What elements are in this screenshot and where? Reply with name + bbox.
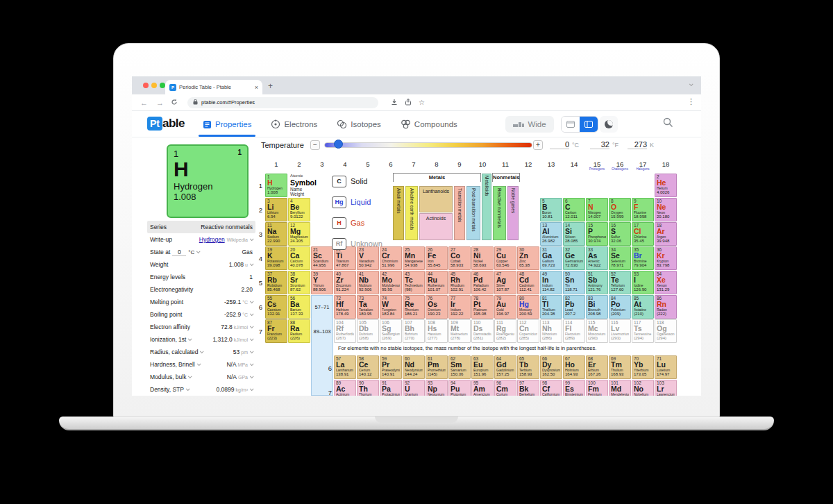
lanthanide-placeholder[interactable]: 57–71 (311, 295, 333, 319)
element-tile-Ca[interactable]: 20CaCalcium40.078 (288, 246, 310, 270)
element-tile-Cr[interactable]: 24CrChromium51.996 (380, 246, 402, 270)
element-tile-Cs[interactable]: 55CsCaesium132.91 (265, 295, 287, 319)
element-tile-Mo[interactable]: 42MoMolybdenum95.95 (380, 271, 402, 294)
nav-tab-compounds[interactable]: Compounds (391, 111, 467, 137)
element-tile-Ho[interactable]: 67HoHolmium164.93 (563, 355, 585, 379)
element-tile-Ru[interactable]: 44RuRuthenium101.07 (426, 271, 448, 294)
element-tile-Bk[interactable]: 97BkBerkelium(247) (517, 380, 539, 396)
element-tile-Se[interactable]: 34SeSelenium78.971 (609, 246, 631, 270)
back-button[interactable]: ← (140, 99, 148, 107)
element-tile-Pu[interactable]: 94PuPlutonium(244) (448, 380, 471, 396)
element-tile-Fm[interactable]: 100FmFermium(257) (586, 380, 608, 396)
share-icon[interactable] (405, 99, 412, 107)
nav-tab-isotopes[interactable]: Isotopes (327, 111, 390, 137)
element-tile-Ar[interactable]: 18ArArgon39.948 (655, 222, 677, 246)
chevron-down-icon[interactable] (186, 387, 190, 391)
state-key-unknown[interactable]: Rf (332, 238, 346, 250)
state-key-gas[interactable]: H (332, 217, 346, 229)
legend-reactive-nonmetals[interactable]: Reactive nonmetals (493, 186, 506, 240)
element-tile-Bi[interactable]: 83BiBismuth208.98 (586, 295, 608, 319)
property-label[interactable]: State at (150, 249, 170, 255)
element-tile-Rb[interactable]: 37RbRubidium85.468 (265, 271, 287, 294)
element-tile-Br[interactable]: 35BrBromine79.904 (632, 246, 654, 270)
element-tile-Sg[interactable]: 106SgSeaborgium(269) (380, 319, 402, 343)
element-tile-At[interactable]: 85AtAstatine(210) (632, 295, 654, 319)
element-tile-Re[interactable]: 75ReRhenium186.21 (403, 295, 425, 319)
element-tile-Nh[interactable]: 113NhNihonium(286) (540, 319, 562, 343)
element-tile-Tb[interactable]: 65TbTerbium158.93 (517, 355, 539, 379)
element-tile-O[interactable]: 8OOxygen15.999 (609, 198, 631, 221)
property-label[interactable]: Ionization, 1st (150, 336, 186, 343)
chevron-down-icon[interactable] (250, 262, 254, 266)
chevron-down-icon[interactable] (250, 299, 254, 303)
element-tile-Cm[interactable]: 96CmCurium(247) (494, 380, 516, 396)
element-tile-B[interactable]: 5BBoron10.81 (540, 198, 562, 221)
state-key-solid[interactable]: C (332, 176, 346, 187)
chevron-down-icon[interactable] (250, 349, 254, 353)
property-label[interactable]: Modulus, bulk (150, 373, 186, 380)
element-tile-Md[interactable]: 101MdMendelevium(258) (609, 380, 631, 396)
search-icon[interactable] (663, 117, 673, 129)
element-tile-Ne[interactable]: 10NeNeon20.180 (655, 198, 677, 221)
chevron-down-icon[interactable] (197, 362, 201, 366)
temp-minus-button[interactable]: − (310, 140, 320, 150)
element-tile-Ga[interactable]: 31GaGallium69.723 (540, 246, 562, 270)
element-tile-H[interactable]: 1HHydrogen1.008 (265, 174, 287, 197)
element-tile-Os[interactable]: 76OsOsmium190.23 (426, 295, 448, 319)
element-tile-Th[interactable]: 90ThThorium232.04 (357, 380, 379, 396)
actinide-placeholder[interactable]: 89–103 (311, 319, 333, 344)
element-tile-Mg[interactable]: 12MgMagnesium24.305 (288, 222, 310, 246)
element-tile-Lr[interactable]: 103LrLawrencium(266) (655, 380, 677, 396)
temperature-slider-thumb[interactable] (334, 140, 343, 149)
element-tile-Sc[interactable]: 21ScScandium44.956 (311, 246, 333, 270)
element-tile-Xe[interactable]: 54XeXenon131.29 (655, 271, 677, 294)
element-tile-Ta[interactable]: 73TaTantalum180.95 (357, 295, 379, 319)
element-tile-Lv[interactable]: 116LvLivermorium(293) (609, 319, 631, 343)
element-tile-K[interactable]: 19KPotassium39.098 (265, 246, 287, 270)
site-lock-icon[interactable] (193, 99, 198, 106)
element-tile-La[interactable]: 57LaLanthanum138.91 (334, 355, 356, 379)
element-tile-Cn[interactable]: 112CnCopernicium(285) (517, 319, 539, 343)
ptable-logo[interactable]: Ptable (147, 117, 185, 131)
element-tile-Es[interactable]: 99EsEinsteinium(252) (563, 380, 585, 396)
minimize-traffic-light[interactable] (151, 83, 157, 88)
temp-plus-button[interactable]: + (533, 140, 543, 150)
chevron-down-icon[interactable] (250, 324, 254, 328)
legend-transition-metals[interactable]: Transition metals (454, 186, 465, 240)
element-tile-Dy[interactable]: 66DyDysprosium162.50 (540, 355, 562, 379)
chevron-down-icon[interactable] (196, 249, 201, 253)
element-tile-Ni[interactable]: 28NiNickel58.693 (471, 246, 494, 270)
property-label[interactable]: Hardness, Brinell (150, 361, 195, 368)
element-tile-Kr[interactable]: 36KrKrypton83.798 (655, 246, 677, 270)
legend-noble-gases[interactable]: Noble gases (507, 186, 519, 240)
element-tile-Fr[interactable]: 87FrFrancium(223) (265, 319, 287, 343)
browser-tab[interactable]: P Periodic Table - Ptable × (165, 80, 262, 94)
element-tile-Si[interactable]: 14SiSilicon28.085 (563, 222, 585, 246)
element-tile-Tm[interactable]: 69TmThulium168.93 (609, 355, 631, 379)
sidebar-layout-button[interactable] (580, 117, 598, 132)
element-tile-No[interactable]: 102NoNobelium(259) (632, 380, 654, 396)
download-icon[interactable] (391, 99, 398, 107)
element-tile-N[interactable]: 7NNitrogen14.007 (586, 198, 608, 221)
element-tile-Ti[interactable]: 22TiTitanium47.867 (334, 246, 356, 270)
temperature-slider[interactable] (324, 142, 532, 148)
element-tile-Lu[interactable]: 71LuLutetium174.97 (655, 355, 677, 379)
chevron-down-icon[interactable] (250, 237, 254, 241)
element-tile-Gd[interactable]: 64GdGadolinium157.25 (494, 355, 516, 379)
element-tile-Co[interactable]: 27CoCobalt58.933 (448, 246, 471, 270)
bookmark-star-icon[interactable]: ☆ (419, 99, 425, 106)
chevron-down-icon[interactable] (250, 362, 254, 366)
element-tile-Np[interactable]: 93NpNeptunium(237) (426, 380, 448, 396)
element-tile-Nd[interactable]: 60NdNeodymium144.24 (403, 355, 425, 379)
element-tile-Tc[interactable]: 43TcTechnetium(98) (403, 271, 425, 294)
element-tile-Be[interactable]: 4BeBeryllium9.0122 (288, 198, 310, 221)
element-tile-Pb[interactable]: 82PbLead207.2 (563, 295, 585, 319)
element-tile-Pt[interactable]: 78PtPlatinum195.08 (471, 295, 494, 319)
window-layout-button[interactable] (562, 117, 580, 132)
element-tile-He[interactable]: 2HeHelium4.0026 (655, 174, 677, 197)
element-tile-Al[interactable]: 13AlAluminium26.982 (540, 222, 562, 246)
element-tile-V[interactable]: 23VVanadium50.942 (357, 246, 379, 270)
celsius-input[interactable]: 0 (550, 140, 569, 149)
chevron-down-icon[interactable] (250, 374, 254, 378)
fahrenheit-input[interactable]: 32 (590, 140, 609, 149)
